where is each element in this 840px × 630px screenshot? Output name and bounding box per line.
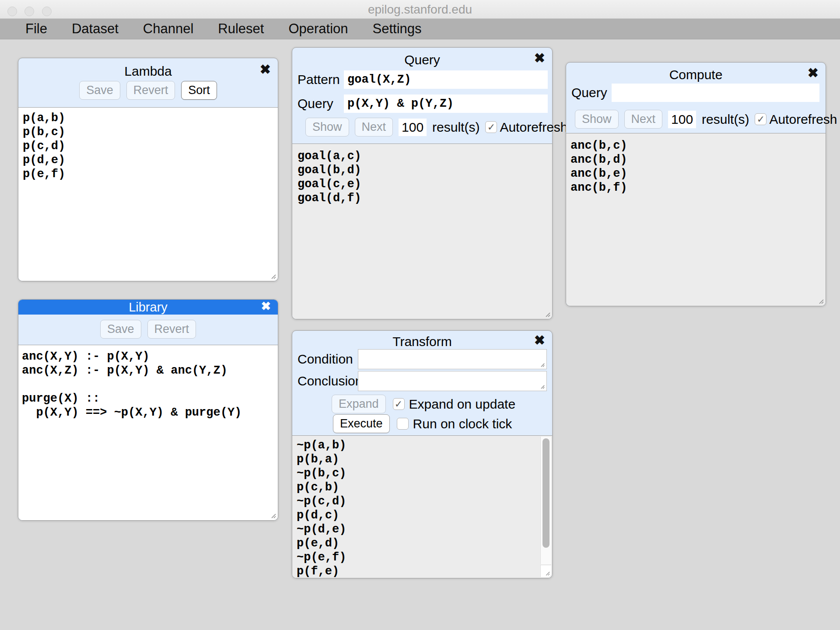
resize-grip-icon[interactable] (544, 570, 550, 576)
resize-grip-icon[interactable] (269, 511, 276, 518)
resize-grip-icon[interactable] (543, 310, 550, 317)
query-show-button[interactable]: Show (305, 118, 349, 136)
query-panel-title: Query (292, 48, 552, 67)
resize-grip-icon[interactable] (539, 361, 545, 367)
transform-condition-input[interactable]: p(X,Y) (358, 349, 547, 369)
resize-grip-icon[interactable] (539, 383, 545, 389)
transform-expand-on-update-label: Expand on update (409, 397, 516, 412)
lambda-revert-button[interactable]: Revert (126, 81, 175, 100)
lambda-close-icon[interactable]: ✖ (260, 63, 271, 76)
resize-grip-icon[interactable] (269, 272, 276, 279)
query-query-label: Query (298, 96, 344, 111)
query-result-count-input[interactable]: 100 (399, 119, 427, 136)
query-results-suffix-label: result(s) (432, 120, 480, 135)
transform-expand-button[interactable]: Expand (332, 395, 386, 413)
library-panel-title: Library (129, 300, 168, 314)
scrollbar[interactable] (540, 437, 551, 564)
compute-results-suffix-label: result(s) (702, 112, 749, 127)
query-query-input[interactable]: p(X,Y) & p(Y,Z) (344, 94, 548, 113)
scrollbar-corner (540, 565, 551, 577)
transform-conclusion-input[interactable]: ~p(X,Y) & p(Y,X) (358, 371, 547, 391)
transform-run-on-clock-tick-checkbox[interactable] (397, 418, 409, 430)
lambda-panel-title: Lambda (18, 58, 278, 79)
compute-results-text[interactable]: anc(b,c) anc(b,d) anc(b,e) anc(b,f) (566, 133, 826, 195)
lambda-content-text[interactable]: p(a,b) p(b,c) p(c,d) p(d,e) p(e,f) (18, 108, 278, 181)
transform-results-text[interactable]: ~p(a,b) p(b,a) ~p(b,c) p(c,b) ~p(c,d) p(… (292, 436, 552, 578)
lambda-sort-button[interactable]: Sort (181, 81, 217, 100)
resize-grip-icon[interactable] (817, 297, 824, 304)
library-revert-button[interactable]: Revert (147, 320, 196, 339)
menu-item-channel[interactable]: Channel (143, 21, 193, 37)
menu-item-ruleset[interactable]: Ruleset (218, 21, 264, 37)
library-content-text[interactable]: anc(X,Y) :- p(X,Y) anc(X,Z) :- p(X,Y) & … (18, 345, 278, 420)
transform-results[interactable]: ~p(a,b) p(b,a) ~p(b,c) p(c,b) ~p(c,d) p(… (292, 435, 552, 578)
window-titlebar: epilog.stanford.edu (0, 0, 840, 19)
library-close-icon[interactable]: ✖ (261, 301, 271, 312)
compute-panel-title: Compute (566, 63, 826, 82)
lambda-content[interactable]: p(a,b) p(b,c) p(c,d) p(d,e) p(e,f) (18, 107, 278, 281)
lambda-save-button[interactable]: Save (79, 81, 120, 100)
transform-panel: Transform ✖ Condition p(X,Y) Conclusion … (292, 330, 553, 578)
compute-autorefresh-label: Autorefresh (769, 112, 837, 127)
compute-results[interactable]: anc(b,c) anc(b,d) anc(b,e) anc(b,f) (566, 133, 826, 306)
compute-query-input[interactable]: anc(b,Z) (612, 84, 819, 102)
scrollbar-thumb[interactable] (542, 438, 550, 548)
query-pattern-label: Pattern (298, 72, 344, 87)
menu-item-settings[interactable]: Settings (373, 21, 422, 37)
transform-expand-on-update-checkbox[interactable]: ✓ (393, 398, 405, 410)
compute-result-count-input[interactable]: 100 (668, 111, 696, 128)
query-results[interactable]: goal(a,c) goal(b,d) goal(c,e) goal(d,f) (292, 144, 552, 319)
menu-bar: File Dataset Channel Ruleset Operation S… (0, 19, 840, 39)
compute-query-label: Query (571, 85, 612, 100)
menu-item-dataset[interactable]: Dataset (72, 21, 119, 37)
compute-next-button[interactable]: Next (624, 110, 663, 129)
transform-execute-button[interactable]: Execute (333, 414, 390, 433)
library-panel: Library ✖ Save Revert anc(X,Y) :- p(X,Y)… (18, 299, 278, 521)
compute-autorefresh-checkbox[interactable]: ✓ (755, 113, 766, 125)
transform-run-on-clock-tick-label: Run on clock tick (413, 416, 512, 431)
transform-conclusion-label: Conclusion (298, 374, 358, 388)
query-pattern-input[interactable]: goal(X,Z) (344, 70, 548, 89)
lambda-panel: Lambda ✖ Save Revert Sort p(a,b) p(b,c) … (18, 58, 278, 281)
library-panel-titlebar: Library ✖ (18, 300, 278, 315)
query-autorefresh-checkbox[interactable]: ✓ (485, 121, 497, 133)
query-next-button[interactable]: Next (355, 118, 393, 136)
compute-panel: Compute ✖ Query anc(b,Z) Show Next 100 r… (566, 62, 826, 306)
compute-close-icon[interactable]: ✖ (808, 66, 819, 80)
menu-item-file[interactable]: File (25, 21, 47, 37)
transform-panel-title: Transform (292, 331, 552, 349)
library-save-button[interactable]: Save (100, 320, 141, 339)
compute-show-button[interactable]: Show (575, 110, 619, 129)
library-content[interactable]: anc(X,Y) :- p(X,Y) anc(X,Z) :- p(X,Y) & … (18, 345, 278, 520)
query-autorefresh-label: Autorefresh (500, 120, 567, 135)
transform-close-icon[interactable]: ✖ (534, 334, 545, 347)
query-close-icon[interactable]: ✖ (534, 52, 545, 65)
window-title: epilog.stanford.edu (0, 0, 840, 19)
transform-condition-label: Condition (298, 352, 358, 367)
menu-item-operation[interactable]: Operation (288, 21, 348, 37)
query-panel: Query ✖ Pattern goal(X,Z) Query p(X,Y) &… (292, 47, 553, 319)
query-results-text[interactable]: goal(a,c) goal(b,d) goal(c,e) goal(d,f) (292, 144, 552, 205)
